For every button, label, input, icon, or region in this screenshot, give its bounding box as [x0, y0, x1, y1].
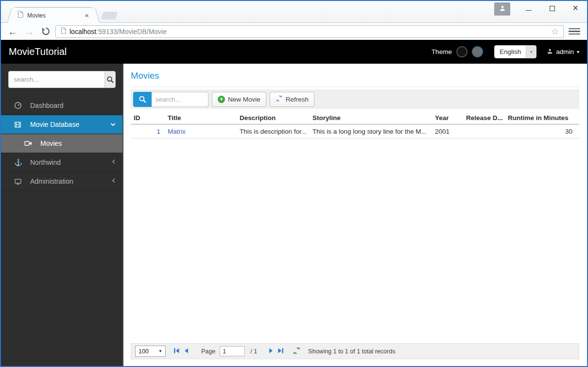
user-person-icon — [547, 48, 553, 56]
browser-tab-movies[interactable]: Movies × — [13, 7, 94, 23]
grid-search-button[interactable] — [133, 92, 152, 107]
column-header-year[interactable]: Year — [432, 114, 463, 122]
refresh-button[interactable]: Refresh — [270, 92, 314, 107]
sidebar-item-dashboard[interactable]: Dashboard — [1, 96, 122, 115]
browser-window: Movies × × ← → localhost:59133/MovieDB/M… — [0, 0, 588, 367]
maximize-icon — [550, 6, 555, 11]
cell-storyline: This is a long long story line for the M… — [310, 128, 432, 135]
sidebar-item-administration[interactable]: Administration — [1, 172, 122, 191]
page-number-input[interactable] — [220, 346, 245, 356]
sidebar-search-button[interactable] — [104, 71, 116, 88]
column-header-title[interactable]: Title — [165, 114, 237, 122]
user-menu[interactable]: admin ▾ — [547, 48, 579, 56]
page-title: Movies — [131, 70, 579, 87]
window-close-button[interactable]: × — [564, 1, 587, 16]
main-content: Movies + New Movie — [123, 64, 587, 366]
previous-page-button[interactable] — [183, 347, 190, 356]
last-page-button[interactable] — [277, 347, 284, 356]
user-name: admin — [556, 48, 574, 55]
chevron-left-icon[interactable] — [112, 159, 116, 166]
app-header: MovieTutorial Theme English ▾ admin ▾ — [1, 40, 587, 64]
sidebar-item-movies[interactable]: Movies — [1, 134, 122, 153]
search-icon — [106, 76, 114, 84]
new-tab-button[interactable] — [101, 12, 118, 19]
chevron-down-icon[interactable] — [110, 121, 116, 128]
back-button[interactable]: ← — [6, 27, 19, 36]
grid-pager: 100 ▼ Page / 1 — [131, 343, 579, 359]
dashboard-gauge-icon — [14, 102, 26, 109]
forward-button: → — [22, 27, 36, 36]
bookmark-star-icon[interactable]: ☆ — [551, 27, 559, 36]
browser-profile-button[interactable] — [494, 2, 510, 16]
cell-year: 2001 — [432, 128, 463, 135]
window-minimize-button[interactable] — [517, 1, 540, 16]
page-size-select[interactable]: 100 ▼ — [135, 346, 166, 357]
column-header-runtime[interactable]: Runtime in Minutes — [505, 114, 579, 122]
table-row[interactable]: 1 Matrix This is description for... This… — [131, 124, 579, 139]
address-bar[interactable]: localhost:59133/MovieDB/Movie ☆ — [55, 25, 564, 38]
sidebar-item-northwind[interactable]: ⚓ Northwind — [1, 153, 122, 172]
new-movie-button[interactable]: + New Movie — [212, 92, 266, 107]
reload-button[interactable] — [39, 27, 52, 36]
records-summary: Showing 1 to 1 of 1 total records — [308, 348, 395, 355]
browser-menu-icon[interactable] — [569, 28, 580, 35]
browser-toolbar: ← → localhost:59133/MovieDB/Movie ☆ — [1, 23, 587, 40]
sidebar-search-input[interactable] — [8, 71, 104, 88]
minimize-icon — [526, 10, 532, 11]
url-page-icon — [60, 27, 67, 36]
column-header-storyline[interactable]: Storyline — [310, 114, 432, 122]
brand-title: MovieTutorial — [9, 46, 67, 57]
theme-dark-toggle[interactable] — [456, 46, 467, 57]
url-text[interactable]: localhost:59133/MovieDB/Movie — [69, 28, 167, 35]
cell-runtime: 30 — [505, 128, 579, 135]
page-label: Page — [201, 348, 215, 355]
column-header-description[interactable]: Description — [237, 114, 310, 122]
page-total: / 1 — [250, 348, 257, 355]
refresh-icon — [276, 95, 283, 104]
pager-refresh-icon[interactable] — [293, 347, 301, 356]
grid-header-row: ID Title Description Storyline Year Rele… — [131, 111, 579, 124]
language-select[interactable]: English ▾ — [494, 45, 536, 58]
movie-title-link[interactable]: Matrix — [168, 128, 186, 135]
tab-title: Movies — [27, 12, 84, 19]
theme-gray-toggle[interactable] — [472, 46, 483, 57]
tab-close-icon[interactable]: × — [84, 12, 90, 19]
anchor-icon: ⚓ — [14, 158, 26, 166]
search-icon — [138, 95, 147, 104]
sidebar-item-movie-database[interactable]: Movie Database — [1, 115, 122, 134]
grid-toolbar: + New Movie Refresh — [131, 89, 579, 109]
first-page-button[interactable] — [173, 347, 180, 356]
movies-grid: + New Movie Refresh ID Title Description… — [131, 89, 579, 359]
monitor-icon — [14, 178, 26, 185]
cell-description: This is description for... — [237, 128, 310, 135]
window-maximize-button[interactable] — [540, 1, 564, 16]
plus-icon: + — [218, 96, 225, 103]
theme-label: Theme — [432, 48, 452, 55]
tab-strip: Movies × × — [1, 1, 587, 23]
video-camera-icon — [24, 140, 36, 147]
profile-person-icon — [499, 5, 506, 14]
sidebar: Dashboard Movie Database Movies — [1, 64, 123, 366]
chevron-left-icon[interactable] — [112, 178, 116, 185]
cell-id: 1 — [131, 128, 165, 135]
cell-title: Matrix — [165, 128, 237, 135]
page-icon — [17, 11, 24, 20]
select-caret-icon: ▼ — [158, 349, 162, 353]
column-header-id[interactable]: ID — [131, 114, 165, 122]
next-page-button[interactable] — [267, 347, 275, 356]
film-icon — [14, 121, 26, 128]
language-caret-icon[interactable]: ▾ — [526, 46, 536, 58]
column-header-release-date[interactable]: Release D... — [463, 114, 505, 122]
grid-search-input[interactable] — [152, 92, 208, 107]
close-icon: × — [572, 3, 578, 13]
user-caret-icon: ▾ — [577, 49, 579, 54]
